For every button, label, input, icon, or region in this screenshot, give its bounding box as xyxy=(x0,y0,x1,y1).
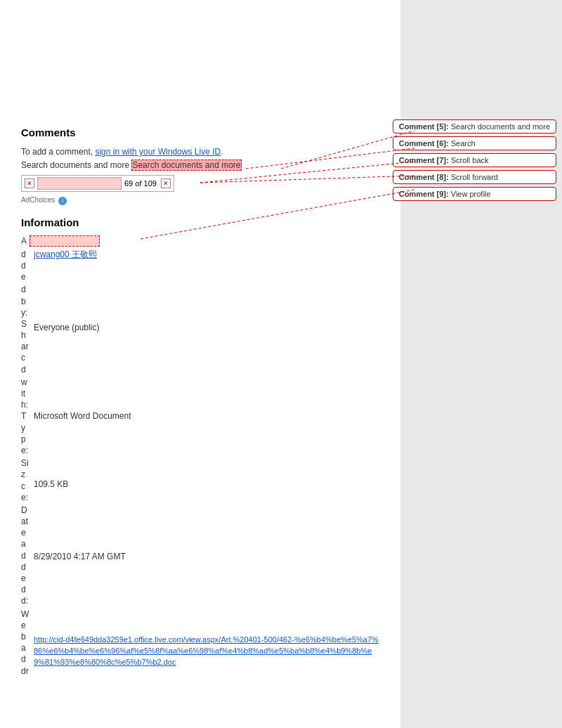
label-p: p xyxy=(21,434,34,445)
pagination-close-left[interactable]: ✕ xyxy=(25,178,34,188)
label-a2: a xyxy=(21,642,34,654)
label-c: c xyxy=(21,352,34,363)
label-d5: D xyxy=(21,505,34,516)
ad-choices: AdChoices i xyxy=(21,196,379,205)
label-d4: d xyxy=(21,364,34,375)
label-z: z xyxy=(21,469,34,480)
comment-9-text: View profile xyxy=(451,190,491,198)
info-webaddr-labels: W e b a d dr xyxy=(21,609,34,677)
label-d2: d xyxy=(21,260,34,271)
comment-6-label: Comment [6]: xyxy=(399,139,449,148)
info-shared-value-col: Everyone (public) xyxy=(34,322,99,333)
label-at: at xyxy=(21,516,34,527)
date-value: 8/29/2010 4:17 AM GMT xyxy=(34,551,126,562)
label-b2: b xyxy=(21,631,34,642)
added-by-highlight-box xyxy=(30,235,100,247)
search-highlight: Search documents and more xyxy=(131,160,241,171)
label-si: Si xyxy=(21,457,34,469)
comment-bubble-7[interactable]: Comment [7]: Scroll back xyxy=(393,153,556,167)
comment-bubble-5[interactable]: Comment [5]: Search documents and more xyxy=(393,119,556,134)
type-value: Microsoft Word Document xyxy=(34,410,131,422)
info-size-labels: Si z c e: xyxy=(21,457,34,503)
comment-9-label: Comment [9]: xyxy=(399,190,449,198)
comment-bubble-8[interactable]: Comment [8]: Scroll forward xyxy=(393,170,556,184)
add-comment-text: To add a comment, sign in with your Wind… xyxy=(21,147,379,157)
comment-8-text: Scroll forward xyxy=(451,173,498,181)
info-type-labels: w it h: T y p e: xyxy=(21,377,34,456)
label-s: S xyxy=(21,318,34,330)
label-e-colon: e: xyxy=(21,445,34,456)
added-by-name-col: jcwang00 王敬熙 xyxy=(34,249,97,260)
label-a: a xyxy=(21,538,34,550)
label-y2: y xyxy=(21,422,34,434)
info-date-labels: D at e a d d e d d: xyxy=(21,505,34,607)
info-webaddr-value-col: http://cid-d4fe649dda3259e1.office.live.… xyxy=(34,634,379,668)
ad-choices-icon: i xyxy=(58,197,67,205)
label-w: w xyxy=(21,377,34,388)
comment-7-label: Comment [7]: xyxy=(399,156,449,164)
info-date-value-col: 8/29/2010 4:17 AM GMT xyxy=(34,551,126,562)
label-e4: e xyxy=(21,573,34,584)
comment-6-text: Search xyxy=(451,139,476,148)
label-colon: d: xyxy=(21,595,34,606)
info-type-row: w it h: T y p e: Microsoft Word Document xyxy=(21,377,379,456)
info-date-row: D at e a d d e d d: 8/29/2010 4:17 AM GM… xyxy=(21,505,379,607)
info-size-value-col: 109.5 KB xyxy=(34,479,68,490)
label-d9: d xyxy=(21,654,34,665)
label-e3: e xyxy=(21,527,34,538)
comment-bubbles-container: Comment [5]: Search documents and more C… xyxy=(393,119,556,201)
search-bar-row: Search documents and more Search documen… xyxy=(21,160,379,171)
pagination-bar: ✕ 69 of 109 ✕ xyxy=(21,175,174,192)
sign-in-link[interactable]: sign in with your Windows Live ID xyxy=(95,147,221,157)
label-w2: W xyxy=(21,609,34,620)
info-webaddr-row: W e b a d dr http://cid-d4fe649dda3259e1… xyxy=(21,609,379,677)
comment-bubble-6[interactable]: Comment [6]: Search xyxy=(393,136,556,150)
label-c2: c xyxy=(21,481,34,492)
label-ar: ar xyxy=(21,341,34,352)
main-content: Comments To add a comment, sign in with … xyxy=(0,0,400,728)
comment-8-label: Comment [8]: xyxy=(399,173,449,181)
right-panel: Comment [5]: Search documents and more C… xyxy=(400,0,562,728)
label-d7: d xyxy=(21,561,34,573)
info-type-value-col: Microsoft Word Document xyxy=(34,410,131,422)
label-y: y: xyxy=(21,307,34,318)
added-by-row: A xyxy=(21,235,379,247)
shared-with-value: Everyone (public) xyxy=(34,322,99,333)
label-h-colon: h: xyxy=(21,399,34,410)
info-shared-row: d b y: S h ar c d Everyone (public) xyxy=(21,284,379,375)
comment-7-text: Scroll back xyxy=(451,156,489,164)
label-h: h xyxy=(21,330,34,341)
label-e2: e: xyxy=(21,492,34,503)
added-by-label-a: A xyxy=(21,235,27,247)
comment-5-label: Comment [5]: xyxy=(399,122,449,131)
label-d6: d xyxy=(21,550,34,561)
page-input[interactable] xyxy=(37,177,122,190)
label-t: T xyxy=(21,410,34,422)
comments-title: Comments xyxy=(21,126,379,138)
info-shared-labels: d b y: S h ar c d xyxy=(21,284,34,375)
added-by-name[interactable]: jcwang00 王敬熙 xyxy=(34,249,97,259)
info-labels-col: d d e xyxy=(21,249,34,283)
label-d3: d xyxy=(21,284,34,295)
web-address-value[interactable]: http://cid-d4fe649dda3259e1.office.live.… xyxy=(34,635,379,666)
label-b: b xyxy=(21,296,34,307)
search-label-1: Search documents and more xyxy=(21,160,129,170)
label-d1: d xyxy=(21,249,34,260)
comment-5-text: Search documents and more xyxy=(451,122,550,131)
label-dr: dr xyxy=(21,665,34,677)
info-size-row: Si z c e: 109.5 KB xyxy=(21,457,379,503)
pagination-close-right[interactable]: ✕ xyxy=(161,178,171,188)
info-section-body: d d e jcwang00 王敬熙 xyxy=(21,249,379,283)
information-title: Information xyxy=(21,216,379,228)
label-e5: e xyxy=(21,620,34,631)
page-count: 69 of 109 xyxy=(124,179,157,188)
label-it: it xyxy=(21,388,34,399)
size-value: 109.5 KB xyxy=(34,479,68,490)
comment-bubble-9[interactable]: Comment [9]: View profile xyxy=(393,187,556,201)
label-d8: d xyxy=(21,584,34,595)
label-e: e xyxy=(21,271,34,282)
